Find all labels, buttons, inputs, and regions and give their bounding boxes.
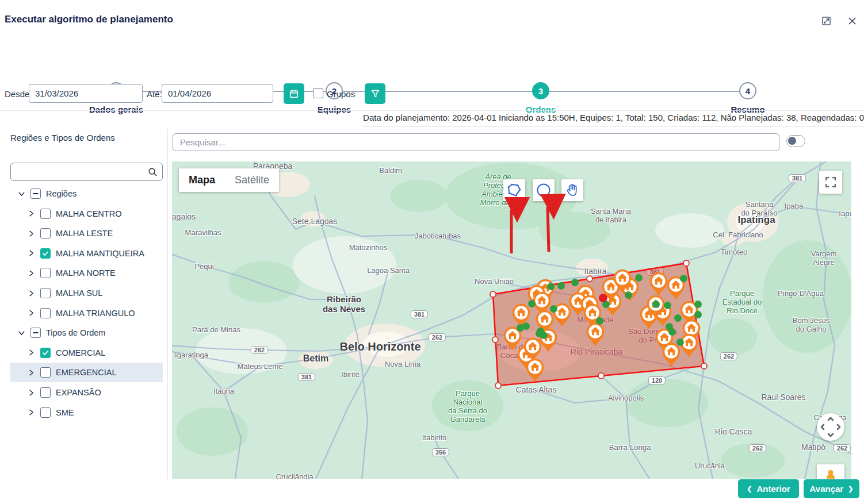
pegman-button[interactable] — [817, 464, 844, 479]
tree-item-label: MALHA CENTRO — [56, 209, 121, 218]
avancar-button[interactable]: Avançar ❯ — [804, 479, 859, 498]
expand-icon[interactable] — [821, 16, 831, 28]
pan-hand-tool[interactable] — [561, 179, 583, 201]
stepper: 1Dados gerais2Equipes3Ordens4Resumo — [0, 40, 864, 77]
chevron-right-icon[interactable] — [28, 230, 35, 237]
order-dot-green[interactable] — [694, 311, 702, 318]
order-dot-green[interactable] — [664, 302, 671, 309]
checkbox-off[interactable] — [40, 288, 51, 298]
polygon-handle-3[interactable] — [495, 382, 502, 389]
checkbox-off[interactable] — [40, 228, 51, 238]
filter-icon — [370, 89, 380, 99]
order-dot-green[interactable] — [547, 283, 555, 290]
tree-item-regi-es[interactable]: Regiões — [10, 184, 163, 203]
order-dot-green[interactable] — [557, 282, 565, 290]
grupos-checkbox[interactable] — [313, 88, 323, 98]
tree-item-sme[interactable]: SME — [10, 403, 163, 422]
checkbox-off[interactable] — [40, 268, 51, 278]
pan-control[interactable] — [817, 413, 844, 441]
order-dot-green[interactable] — [635, 274, 643, 282]
chevron-right-icon[interactable] — [28, 349, 35, 356]
order-dot-green[interactable] — [680, 275, 687, 282]
order-dot-green[interactable] — [596, 317, 603, 325]
order-dot-green[interactable] — [676, 338, 684, 346]
checkbox-mixed[interactable] — [30, 188, 41, 199]
checkbox-on[interactable] — [40, 248, 51, 259]
tree-item-malha-centro[interactable]: MALHA CENTRO — [10, 204, 163, 224]
draw-circle-tool[interactable] — [533, 179, 555, 201]
chevron-right-icon[interactable] — [28, 369, 35, 376]
tree-item-label: SME — [56, 408, 74, 417]
calendar-button[interactable] — [284, 83, 304, 104]
checkbox-off[interactable] — [40, 209, 51, 219]
fullscreen-button[interactable] — [819, 171, 842, 194]
map-type-control: Mapa Satélite — [179, 168, 279, 192]
order-marker[interactable] — [612, 268, 633, 294]
order-marker[interactable] — [525, 357, 545, 383]
sidebar-search-input[interactable] — [10, 163, 163, 181]
map-type-satellite-button[interactable]: Satélite — [225, 168, 279, 192]
chevron-right-icon[interactable] — [28, 270, 35, 277]
chevron-right-icon[interactable] — [28, 210, 35, 217]
filter-button[interactable] — [365, 83, 385, 104]
tree-item-label: MALHA NORTE — [56, 268, 116, 278]
chevron-right-icon[interactable] — [28, 309, 35, 317]
checkbox-mixed[interactable] — [30, 328, 41, 338]
order-dot-green[interactable] — [528, 300, 536, 307]
ate-input[interactable] — [162, 84, 273, 103]
anterior-button[interactable]: ❮ Anterior — [738, 479, 799, 498]
tree-item-comercial[interactable]: COMERCIAL — [10, 343, 163, 363]
polygon-icon — [506, 182, 522, 198]
chevron-down-icon[interactable] — [18, 190, 25, 198]
pan-arrows-icon — [817, 413, 844, 441]
order-dot-green[interactable] — [571, 279, 579, 286]
order-dot-red[interactable] — [599, 294, 607, 302]
order-dot-green[interactable] — [674, 314, 682, 322]
polygon-handle-7[interactable] — [492, 336, 499, 343]
step-label-2: Equipes — [318, 105, 351, 114]
chevron-right-icon[interactable] — [28, 409, 35, 416]
hand-icon — [565, 183, 580, 198]
chevron-down-icon[interactable] — [18, 329, 25, 337]
polygon-handle-2[interactable] — [701, 363, 708, 370]
order-dot-green[interactable] — [517, 324, 524, 332]
order-dot-green[interactable] — [537, 328, 544, 335]
tree-item-label: COMERCIAL — [56, 348, 105, 357]
tree-item-expans-o[interactable]: EXPANSÃO — [10, 383, 163, 402]
tree-item-tipos-de-ordem[interactable]: Tipos de Ordem — [10, 323, 163, 343]
tree-item-malha-sul[interactable]: MALHA SUL — [10, 283, 163, 303]
close-icon[interactable] — [847, 16, 857, 28]
polygon-handle-1[interactable] — [683, 260, 690, 267]
checkbox-on[interactable] — [40, 348, 51, 358]
map-toggle-switch[interactable] — [786, 135, 805, 147]
map-canvas[interactable]: ParaopebaBaldimPapagaiosMaravilhasSete L… — [172, 161, 851, 479]
polygon-handle-4[interactable] — [586, 275, 593, 282]
checkbox-off[interactable] — [40, 367, 51, 378]
checkbox-off[interactable] — [40, 308, 51, 318]
draw-polygon-tool[interactable] — [503, 179, 525, 201]
checkbox-off[interactable] — [40, 387, 51, 398]
order-dot-green[interactable] — [550, 305, 557, 313]
step-circle-4[interactable]: 4 — [739, 82, 756, 99]
tree-item-malha-norte[interactable]: MALHA NORTE — [10, 263, 163, 283]
chevron-right-icon[interactable] — [28, 389, 35, 397]
order-dot-green[interactable] — [694, 301, 702, 308]
tree-item-emergencial[interactable]: EMERGENCIAL — [10, 363, 163, 382]
chevron-right-icon[interactable] — [28, 290, 35, 297]
map-type-map-button[interactable]: Mapa — [179, 168, 225, 192]
order-dot-green[interactable] — [652, 301, 660, 308]
chevron-right-icon[interactable] — [28, 249, 35, 257]
tree-item-malha-leste[interactable]: MALHA LESTE — [10, 224, 163, 243]
polygon-handle-0[interactable] — [490, 291, 496, 298]
desde-input[interactable] — [29, 84, 143, 103]
tree-item-malha-mantiqueira[interactable]: MALHA MANTIQUEIRA — [10, 244, 163, 263]
map-search-input[interactable] — [173, 133, 779, 151]
tree-item-malha-triangulo[interactable]: MALHA TRIANGULO — [10, 303, 163, 323]
order-marker[interactable] — [585, 322, 606, 347]
tree-item-label: Regiões — [46, 189, 77, 198]
step-circle-3[interactable]: 3 — [532, 82, 549, 99]
polygon-handle-6[interactable] — [598, 372, 605, 379]
order-dot-green[interactable] — [668, 328, 676, 336]
checkbox-off[interactable] — [40, 407, 51, 418]
order-dot-green[interactable] — [625, 291, 632, 299]
